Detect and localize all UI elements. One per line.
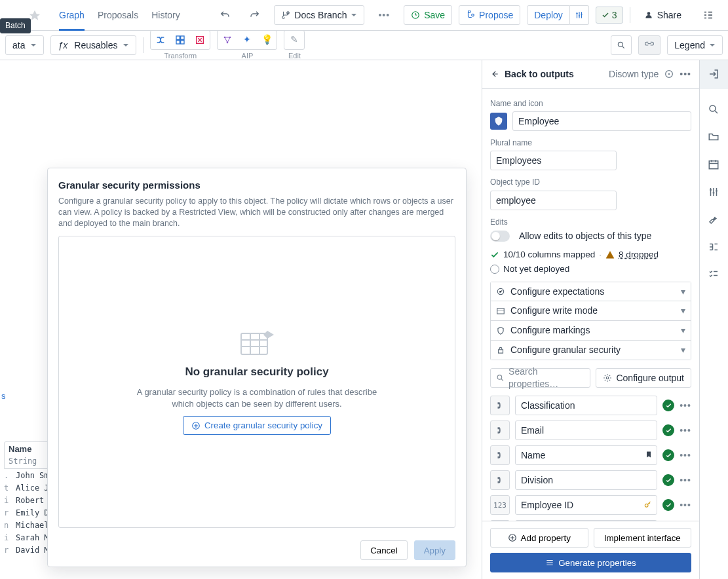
logo-icon [29,9,41,21]
transform-delete-icon[interactable] [190,31,210,49]
mapped-status: 10/10 columns mapped [503,249,595,261]
property-name-input[interactable]: Phone Number [515,520,657,521]
property-name-input[interactable]: Classification [515,396,657,415]
create-policy-button[interactable]: Create granular security policy [183,416,331,435]
rail-tree-icon[interactable] [708,241,721,254]
property-name-input[interactable]: Email [515,420,657,440]
svg-point-19 [645,504,648,507]
transform-tools [150,30,210,50]
property-more[interactable]: ••• [680,499,691,512]
main: s Name String .John SmitAlice JoiRobert … [0,60,728,579]
warning-icon [605,250,615,259]
property-name-input[interactable]: Name [515,445,657,465]
key-icon [643,500,653,509]
aip-graph-icon[interactable] [218,31,237,49]
rail-wrench-icon[interactable] [708,214,721,227]
svg-rect-23 [709,161,718,169]
header-bar: Batch Graph Proposals History Docs Branc… [0,0,728,31]
share-button[interactable]: Share [637,5,689,25]
edits-text: Allow edits to objects of this type [519,230,651,242]
empty-title: No granular security policy [185,365,328,380]
aip-idea-icon[interactable]: 💡 [257,31,277,49]
edit-label: Edit [288,51,301,61]
svg-point-22 [710,105,716,111]
property-row: Phone Number••• [490,520,691,521]
legend-toggle[interactable]: Legend [667,35,723,55]
status-pill[interactable]: 3 [596,7,623,24]
property-row: Email••• [490,420,691,440]
deploy-button[interactable]: Deploy [527,5,570,25]
edits-toggle[interactable] [490,231,510,242]
property-row: Name••• [490,445,691,465]
generate-properties-button[interactable]: Generate properties [490,553,691,572]
tab-history[interactable]: History [151,0,180,31]
property-type-icon [490,470,510,490]
cancel-button[interactable]: Cancel [360,540,408,560]
modal-body: No granular security policy A granular s… [58,236,455,528]
data-selector[interactable]: ata [5,35,44,55]
config-expectations[interactable]: Configure expectations▾ [490,282,691,301]
svg-rect-3 [176,40,180,43]
rail-checklist-icon[interactable] [708,269,721,282]
dropped-status[interactable]: 8 dropped [619,249,659,261]
object-icon[interactable] [490,113,507,130]
rail-search-icon[interactable] [708,103,721,117]
config-markings[interactable]: Configure markings▾ [490,321,691,341]
tab-proposals[interactable]: Proposals [98,0,138,31]
plural-input[interactable] [490,151,617,170]
property-type-icon [490,520,510,521]
undo-button[interactable] [212,5,237,25]
security-modal: Granular security permissions Configure … [47,168,467,567]
property-more[interactable]: ••• [680,449,691,462]
configure-output[interactable]: Configure output [596,368,691,388]
property-more[interactable]: ••• [680,400,691,412]
aip-magic-icon[interactable]: ✦ [237,31,257,49]
tab-graph[interactable]: Graph [59,0,85,31]
property-type-icon: 123 [490,495,510,515]
edits-label: Edits [490,217,691,227]
rail-calendar-icon[interactable] [708,159,721,172]
deploy-status: Not yet deployed [503,263,569,275]
side-link[interactable]: s [1,390,6,402]
side-panel: Back to outputs Disown type ••• Name and… [482,60,699,579]
propose-button[interactable]: Propose [459,5,520,25]
property-ok-icon [662,400,674,411]
id-input[interactable] [490,191,617,210]
branch-more[interactable]: ••• [371,5,397,25]
back-to-outputs[interactable]: Back to outputs [490,68,574,81]
rail-exit-icon[interactable] [708,68,721,81]
edit-pencil-icon[interactable]: ✎ [284,31,304,49]
redo-button[interactable] [242,5,267,25]
property-search[interactable]: Search properties… [490,368,590,388]
property-name-input[interactable]: Division [515,470,657,490]
transform-grid-icon[interactable] [170,31,190,49]
property-more[interactable]: ••• [680,474,691,487]
implement-interface-button[interactable]: Implement interface [594,528,692,548]
rail-folder-icon[interactable] [708,131,721,144]
modal-footer: Cancel Apply [48,533,466,567]
edit-tools: ✎ [284,30,305,50]
property-more[interactable]: ••• [680,424,691,437]
config-granular-security[interactable]: Configure granular security▾ [490,341,691,360]
link-toggle[interactable] [638,35,661,55]
add-property-button[interactable]: Add property [490,528,588,548]
target-icon[interactable] [664,69,674,79]
config-write-mode[interactable]: Configure write mode▾ [490,301,691,321]
transform-flow-icon[interactable] [151,31,170,49]
outline-toggle[interactable] [695,5,721,25]
name-input[interactable] [512,111,691,131]
save-button[interactable]: Save [404,5,452,25]
reusables-selector[interactable]: ƒx Reusables [50,35,136,55]
plural-label: Plural name [490,138,691,148]
empty-policy-icon [239,328,275,358]
deploy-settings[interactable] [570,5,589,25]
property-name-input[interactable]: Employee ID [515,495,657,515]
svg-rect-15 [497,308,505,313]
properties-list: Classification•••Email•••Name•••Division… [490,396,691,521]
rail-sliders-icon[interactable] [708,186,721,199]
disown-type[interactable]: Disown type [609,68,659,81]
side-more[interactable]: ••• [680,68,691,81]
apply-button[interactable]: Apply [414,540,455,560]
branch-selector[interactable]: Docs Branch [274,5,364,25]
canvas-search[interactable] [611,35,632,55]
